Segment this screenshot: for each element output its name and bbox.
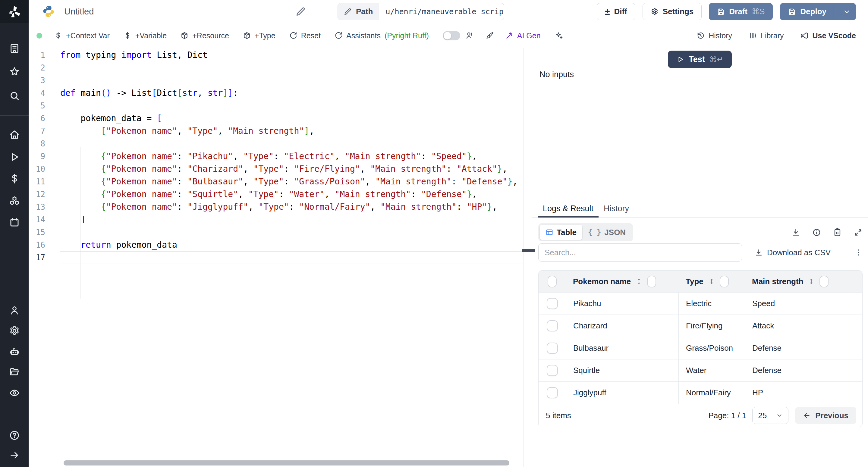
test-button[interactable]: Test ⌘↵	[668, 51, 732, 68]
page-size-select[interactable]: 25	[752, 407, 788, 424]
previous-page-button[interactable]: Previous	[795, 407, 856, 424]
users-person-icon[interactable]	[9, 305, 20, 316]
code-line[interactable]: {"Pokemon name": "Squirtle", "Type": "Wa…	[60, 188, 477, 201]
path-value[interactable]: u/henri/maneuverable_script	[379, 3, 504, 20]
format-brush-icon[interactable]	[486, 31, 494, 40]
deploy-dropdown-chevron[interactable]	[838, 8, 856, 15]
use-vscode-button[interactable]: Use VScode	[801, 31, 856, 40]
diff-button[interactable]: ± Diff	[597, 3, 635, 20]
row-checkbox[interactable]	[547, 387, 558, 398]
windmill-logo[interactable]	[0, 0, 29, 23]
info-icon[interactable]	[812, 228, 821, 237]
sort-icon[interactable]	[808, 278, 815, 285]
script-title[interactable]: Untitled	[64, 7, 94, 17]
code-editor[interactable]: 1from typing import List, Dict234def mai…	[29, 48, 526, 467]
row-checkbox[interactable]	[547, 343, 558, 354]
code-line[interactable]: return pokemon_data	[60, 239, 177, 251]
table-cell: Water	[678, 360, 745, 381]
line-number: 15	[29, 226, 45, 239]
draft-button[interactable]: Draft ⌘S	[709, 3, 773, 20]
clipboard-import-icon[interactable]	[833, 228, 842, 237]
select-all-checkbox[interactable]	[548, 276, 557, 287]
table-footer: 5 items Page: 1 / 1 25 Previous	[538, 404, 862, 427]
line-number: 8	[29, 137, 45, 150]
favorites-star-icon[interactable]	[9, 66, 20, 77]
table-cell: Normal/Fairy	[678, 382, 745, 404]
rotate-icon	[289, 32, 297, 39]
folders-icon[interactable]	[9, 366, 20, 377]
column-toggle-checkbox[interactable]	[819, 276, 829, 287]
reset-button[interactable]: Reset	[289, 31, 321, 40]
multiplayer-toggle[interactable]	[443, 31, 460, 40]
settings-button[interactable]: Settings	[643, 3, 702, 20]
sparkles-icon[interactable]	[555, 31, 563, 40]
arrow-left-icon	[803, 411, 811, 419]
help-icon[interactable]	[9, 430, 20, 441]
table-row[interactable]: SquirtleWaterDefense	[538, 359, 862, 381]
code-line[interactable]: {"Pokemon name": "Charizard", "Type": "F…	[60, 163, 507, 175]
table-cell: Speed	[745, 292, 862, 315]
page-indicator: Page: 1 / 1	[708, 411, 746, 420]
status-dot	[36, 33, 42, 38]
deploy-button[interactable]: Deploy	[780, 3, 856, 20]
tab-history[interactable]: History	[598, 200, 634, 217]
code-line[interactable]: pokemon_data = [	[60, 112, 162, 125]
home-icon[interactable]	[9, 129, 20, 141]
table-row[interactable]: JigglypuffNormal/FairyHP	[538, 381, 862, 404]
table-body: PikachuElectricSpeedCharizardFire/Flying…	[538, 292, 862, 404]
add-resource-button[interactable]: +Resource	[181, 31, 229, 40]
collapse-arrow-icon[interactable]	[9, 449, 20, 461]
path-pencil-icon	[344, 8, 352, 15]
table-search-input[interactable]	[538, 244, 742, 261]
runs-play-icon[interactable]	[9, 151, 20, 163]
settings-gear-icon[interactable]	[9, 325, 20, 337]
edit-title-pencil-icon[interactable]	[296, 7, 306, 17]
add-type-button[interactable]: +Type	[243, 31, 276, 40]
schedules-calendar-icon[interactable]	[9, 217, 20, 228]
code-line[interactable]: {"Pokemon name": "Jigglypuff", "Type": "…	[60, 201, 497, 213]
view-table-button[interactable]: Table	[540, 225, 582, 240]
add-variable-button[interactable]: +Variable	[124, 31, 167, 40]
code-line[interactable]: def main() -> List[Dict[str, str]]:	[60, 87, 238, 99]
code-line[interactable]: ]	[60, 213, 86, 226]
sort-icon[interactable]	[635, 278, 643, 285]
search-icon[interactable]	[9, 90, 20, 101]
view-json-button[interactable]: { } JSON	[582, 225, 631, 240]
row-checkbox[interactable]	[547, 298, 558, 309]
assistants-button[interactable]: Assistants (Pyright Ruff)	[335, 31, 429, 40]
column-toggle-checkbox[interactable]	[720, 276, 729, 287]
code-line[interactable]: from typing import List, Dict	[60, 49, 208, 61]
download-csv-button[interactable]: Download as CSV	[755, 248, 831, 257]
path-field[interactable]: Path u/henri/maneuverable_script	[338, 3, 504, 20]
multiplayer-users-icon[interactable]	[466, 31, 474, 40]
expand-icon[interactable]	[854, 228, 863, 237]
table-menu-kebab[interactable]	[854, 248, 863, 257]
add-context-var-button[interactable]: +Context Var	[54, 31, 110, 40]
table-row[interactable]: BulbasaurGrass/PoisonDefense	[538, 337, 862, 359]
code-line[interactable]: ["Pokemon name", "Type", "Main strength"…	[60, 125, 314, 137]
table-row[interactable]: CharizardFire/FlyingAttack	[538, 315, 862, 337]
code-line[interactable]: {"Pokemon name": "Bulbasaur", "Type": "G…	[60, 175, 518, 188]
test-shortcut: ⌘↵	[710, 55, 723, 64]
sort-icon[interactable]	[708, 278, 715, 285]
column-toggle-checkbox[interactable]	[647, 276, 656, 287]
history-button[interactable]: History	[697, 31, 732, 40]
audit-eye-icon[interactable]	[9, 387, 20, 399]
row-checkbox[interactable]	[547, 320, 558, 332]
row-checkbox[interactable]	[547, 365, 558, 376]
horizontal-scrollbar[interactable]	[64, 460, 509, 466]
ai-gen-button[interactable]: AI Gen	[505, 31, 541, 40]
variables-dollar-icon[interactable]	[9, 173, 20, 184]
download-icon[interactable]	[792, 228, 800, 237]
editor-toolbar: +Context Var +Variable +Resource +Type R…	[29, 23, 868, 48]
dollar-icon	[124, 32, 131, 39]
code-line[interactable]: {"Pokemon name": "Pikachu", "Type": "Ele…	[60, 150, 477, 163]
panel-splitter-handle[interactable]	[522, 249, 535, 252]
tab-logs-result[interactable]: Logs & Result	[538, 200, 598, 217]
resources-boxes-icon[interactable]	[9, 195, 20, 207]
workers-robot-icon[interactable]	[9, 346, 20, 357]
library-button[interactable]: Library	[749, 31, 784, 40]
line-number: 11	[29, 175, 45, 188]
table-row[interactable]: PikachuElectricSpeed	[538, 292, 862, 315]
workspace-icon[interactable]	[9, 43, 20, 54]
